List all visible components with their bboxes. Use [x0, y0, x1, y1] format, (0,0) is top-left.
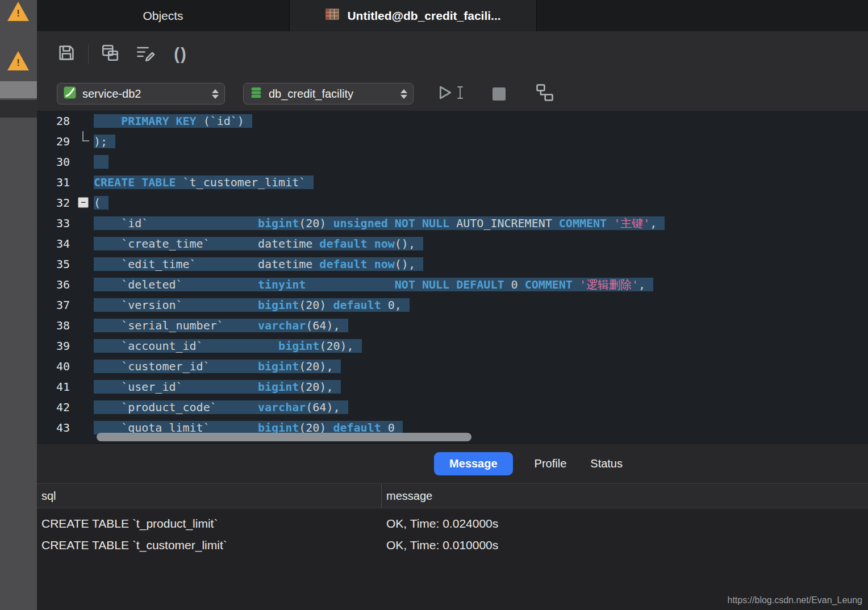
line-number: 30 — [37, 152, 77, 172]
h-scrollbar-thumb[interactable] — [97, 433, 471, 441]
column-header-sql[interactable]: sql — [37, 484, 382, 508]
selection-highlight: PRIMARY KEY (`id`) — [94, 114, 252, 128]
explain-button[interactable] — [535, 83, 554, 105]
tab-objects[interactable]: Objects — [37, 0, 290, 31]
database-value: db_credit_facility — [269, 87, 395, 101]
beautify-sql-button[interactable] — [133, 41, 158, 66]
fold-column — [77, 315, 94, 336]
code-line-42[interactable]: 42 `product_code` varchar(64), — [37, 397, 868, 417]
line-number: 28 — [37, 111, 77, 131]
result-sql-cell: CREATE TABLE `t_customer_limit` — [37, 534, 382, 556]
selection-highlight: `user_id` bigint(20), — [94, 380, 341, 394]
tab-query-label: Untitled@db_credit_facili... — [347, 9, 500, 23]
tab-bar: Objects Untitled@db_credit_facili... — [37, 0, 868, 31]
line-number: 39 — [37, 336, 77, 356]
database-icon — [249, 86, 263, 102]
connection-icon — [63, 86, 77, 102]
stop-button[interactable] — [493, 87, 506, 101]
code-text: `product_code` varchar(64), — [94, 397, 348, 417]
column-header-message[interactable]: message — [382, 484, 868, 508]
open-tables-icon — [101, 43, 120, 65]
selection-highlight: `serial_number` varchar(64), — [94, 319, 348, 332]
selection-highlight: `id` bigint(20) unsigned NOT NULL AUTO_I… — [94, 216, 665, 230]
code-line-35[interactable]: 35 `edit_time` datetime default now(), — [37, 254, 868, 274]
code-text: ); — [94, 131, 115, 152]
code-line-36[interactable]: 36 `deleted` tinyint NOT NULL DEFAULT 0 … — [37, 274, 868, 295]
code-text: `account_id` bigint(20), — [94, 336, 362, 356]
save-icon — [57, 43, 76, 65]
warning-icon[interactable]: ! — [7, 51, 29, 70]
code-line-34[interactable]: 34 `create_time` datetime default now(), — [37, 233, 868, 254]
code-line-32[interactable]: 32−( — [37, 193, 868, 213]
results-grid-header: sql message — [37, 483, 868, 508]
code-text: `deleted` tinyint NOT NULL DEFAULT 0 COM… — [94, 274, 653, 295]
code-line-29[interactable]: 29); — [37, 131, 868, 152]
results-tab-profile[interactable]: Profile — [532, 452, 569, 475]
code-line-30[interactable]: 30 — [37, 152, 868, 172]
explain-plan-icon — [535, 94, 554, 104]
code-text — [94, 152, 108, 172]
selection-highlight: `version` bigint(20) default 0, — [94, 298, 410, 312]
line-number: 33 — [37, 213, 77, 233]
open-tables-button[interactable] — [98, 41, 123, 66]
selection-highlight — [94, 155, 108, 169]
fold-column — [77, 172, 94, 193]
fold-column — [77, 397, 94, 417]
code-line-41[interactable]: 41 `user_id` bigint(20), — [37, 377, 868, 397]
run-button[interactable] — [435, 83, 464, 104]
code-line-28[interactable]: 28 PRIMARY KEY (`id`) — [37, 111, 868, 131]
line-number: 40 — [37, 356, 77, 377]
line-number: 34 — [37, 233, 77, 254]
result-message-cell: OK, Time: 0.010000s — [382, 534, 868, 556]
code-text: `create_time` datetime default now(), — [94, 233, 423, 254]
selection-highlight: `account_id` bigint(20), — [94, 339, 362, 353]
code-line-33[interactable]: 33 `id` bigint(20) unsigned NOT NULL AUT… — [37, 213, 868, 233]
database-select[interactable]: db_credit_facility — [243, 83, 414, 105]
beautify-sql-icon — [135, 43, 156, 65]
result-sql-cell: CREATE TABLE `t_product_limit` — [37, 513, 382, 534]
code-text: CREATE TABLE `t_customer_limit` — [94, 172, 314, 193]
dropdown-chevrons-icon — [400, 89, 407, 99]
code-text: `customer_id` bigint(20), — [94, 356, 341, 377]
code-text: `edit_time` datetime default now(), — [94, 254, 423, 274]
code-text: `id` bigint(20) unsigned NOT NULL AUTO_I… — [94, 213, 665, 233]
fold-column — [77, 131, 94, 152]
tab-objects-label: Objects — [143, 9, 183, 23]
results-tab-status[interactable]: Status — [588, 452, 625, 475]
code-snippet-button[interactable]: () — [168, 41, 193, 66]
parentheses-icon: () — [174, 45, 187, 64]
selection-highlight: `product_code` varchar(64), — [94, 400, 348, 414]
selection-highlight: CREATE TABLE `t_customer_limit` — [94, 176, 314, 189]
connection-select[interactable]: service-db2 — [57, 83, 225, 105]
toolbar: () — [37, 31, 868, 77]
fold-end-guide — [82, 131, 89, 141]
line-number: 31 — [37, 172, 77, 193]
results-body: CREATE TABLE `t_product_limit`OK, Time: … — [37, 508, 868, 556]
warning-icon[interactable]: ! — [7, 2, 29, 21]
code-line-40[interactable]: 40 `customer_id` bigint(20), — [37, 356, 868, 377]
result-row[interactable]: CREATE TABLE `t_customer_limit`OK, Time:… — [37, 534, 868, 556]
fold-column — [77, 336, 94, 356]
results-tab-message[interactable]: Message — [434, 452, 513, 475]
app-window: ! ! Objects Untitled@db_credit_facili... — [0, 0, 868, 610]
result-row[interactable]: CREATE TABLE `t_product_limit`OK, Time: … — [37, 513, 868, 534]
strip-light-band — [0, 81, 37, 98]
fold-collapse-icon[interactable]: − — [78, 197, 89, 208]
h-scrollbar — [37, 432, 868, 442]
connection-bar: service-db2 db_credit_facility — [37, 77, 868, 111]
fold-column — [77, 356, 94, 377]
code-line-39[interactable]: 39 `account_id` bigint(20), — [37, 336, 868, 356]
results-tabs: MessageProfileStatus — [37, 444, 868, 483]
fold-column — [77, 295, 94, 315]
tab-query[interactable]: Untitled@db_credit_facili... — [290, 0, 537, 31]
selection-highlight: `edit_time` datetime default now(), — [94, 257, 423, 271]
line-number: 36 — [37, 274, 77, 295]
dropdown-chevrons-icon — [212, 89, 219, 99]
code-line-37[interactable]: 37 `version` bigint(20) default 0, — [37, 295, 868, 315]
code-line-38[interactable]: 38 `serial_number` varchar(64), — [37, 315, 868, 336]
code-line-31[interactable]: 31CREATE TABLE `t_customer_limit` — [37, 172, 868, 193]
fold-column — [77, 233, 94, 254]
save-button[interactable] — [54, 41, 79, 66]
line-number: 37 — [37, 295, 77, 315]
sql-editor[interactable]: 28 PRIMARY KEY (`id`)29);30 31CREATE TAB… — [37, 111, 868, 443]
